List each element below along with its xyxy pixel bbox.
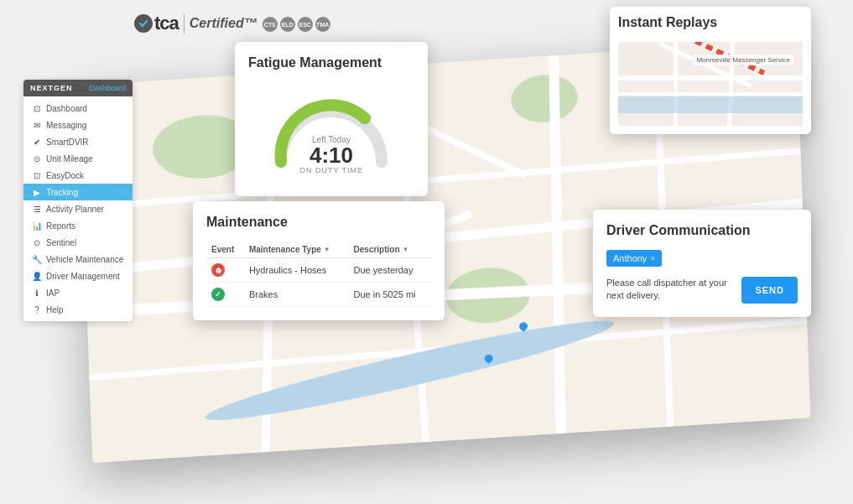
sidebar-item-smartdvir[interactable]: ✔ SmartDVIR: [23, 133, 133, 150]
sidebar-item-activity-planner[interactable]: ☰ Activity Planner: [23, 200, 133, 217]
logo-certified: Certified™: [190, 16, 257, 31]
message-row: Please call dispatcher at your next deli…: [606, 277, 798, 304]
reports-icon: 📊: [32, 221, 42, 231]
sidebar-item-help[interactable]: ? Help: [23, 301, 133, 318]
maint-desc-2: Due in 5025 mi: [349, 283, 431, 307]
replay-panel: Instant Replays Monroeville Messenger Se…: [610, 7, 811, 134]
tracking-icon: ▶: [32, 187, 42, 197]
logo-tca: tca Certified™: [134, 13, 257, 34]
map-green-area-3: [510, 73, 579, 124]
sentinel-icon: ⊙: [32, 237, 42, 247]
vehicle-maint-icon: 🔧: [32, 254, 42, 264]
sidebar-label-vehicle-maint: Vehicle Maintenance: [46, 255, 123, 264]
sidebar-label-tracking: Tracking: [46, 188, 78, 197]
driver-panel-title: Driver Communication: [606, 223, 798, 238]
unit-mileage-icon: ⊙: [32, 153, 42, 164]
gauge-container: Left Today 4:10 ON DUTY TIME: [248, 82, 414, 183]
activity-planner-icon: ☰: [32, 204, 42, 214]
sidebar-label-dashboard: Dashboard: [46, 104, 87, 113]
sidebar-label-reports: Reports: [46, 221, 75, 231]
status-cell-1: ⏰: [206, 258, 244, 283]
replay-map-inner: Monroeville Messenger Service: [618, 42, 803, 126]
maintenance-table: Event Maintenance Type ▼ Description ▼: [206, 242, 431, 307]
sidebar-label-driver-mgmt: Driver Management: [46, 272, 120, 281]
maintenance-panel-title: Maintenance: [206, 215, 431, 230]
status-dot-green: ✓: [211, 288, 225, 301]
sidebar-item-unit-mileage[interactable]: ⊙ Unit Mileage: [23, 150, 133, 167]
sidebar-header: NEXTGEN Dashboard: [23, 80, 133, 96]
logo-divider: [184, 13, 185, 34]
sidebar-item-tracking[interactable]: ▶ Tracking: [23, 184, 133, 200]
badge-esc: ESC: [298, 17, 313, 32]
sidebar-nav: ⊡ Dashboard ✉ Messaging ✔ SmartDVIR ⊙ Un…: [23, 96, 133, 321]
driver-communication-panel: Driver Communication Anthony × Please ca…: [593, 210, 811, 317]
maintenance-panel: Maintenance Event Maintenance Type ▼ Des…: [193, 201, 445, 320]
table-row: ✓ Brakes Due in 5025 mi: [206, 283, 431, 307]
logo-area: tca Certified™ CTS ELD ESC TMA: [134, 13, 330, 34]
message-text: Please call dispatcher at your next deli…: [606, 277, 733, 303]
sidebar-label-unit-mileage: Unit Mileage: [46, 154, 93, 164]
driver-name: Anthony: [613, 253, 647, 263]
driver-mgmt-icon: 👤: [32, 271, 42, 281]
sidebar-item-dashboard[interactable]: ⊡ Dashboard: [23, 100, 133, 117]
send-button[interactable]: SEND: [741, 277, 798, 304]
status-cell-2: ✓: [206, 283, 244, 307]
sidebar-brand: NEXTGEN: [30, 84, 89, 92]
sidebar-item-easydock[interactable]: ⊡ EasyDock: [23, 167, 133, 184]
sidebar: NEXTGEN Dashboard ⊡ Dashboard ✉ Messagin…: [23, 80, 133, 321]
logo-text: tca: [154, 13, 179, 34]
sidebar-dashboard-link[interactable]: Dashboard: [89, 84, 126, 92]
col-type[interactable]: Maintenance Type ▼: [244, 242, 349, 258]
sidebar-item-vehicle-maint[interactable]: 🔧 Vehicle Maintenance: [23, 251, 133, 268]
mini-road-h1: [618, 75, 803, 81]
badge-cts: CTS: [263, 17, 278, 32]
gauge-label: ON DUTY TIME: [299, 166, 363, 174]
sidebar-label-help: Help: [46, 305, 64, 314]
maint-desc-1: Due yesterday: [349, 258, 431, 283]
col-desc[interactable]: Description ▼: [349, 242, 431, 258]
table-row: ⏰ Hydraulics - Hoses Due yesterday: [206, 258, 431, 283]
replay-panel-title: Instant Replays: [618, 15, 803, 30]
maint-type-1: Hydraulics - Hoses: [244, 258, 349, 283]
replay-map: Monroeville Messenger Service: [618, 42, 803, 126]
logo-badges: CTS ELD ESC TMA: [263, 17, 330, 32]
fatigue-panel: Fatigue Management Left Today 4:10 ON DU…: [235, 42, 428, 196]
sidebar-label-activity: Activity Planner: [46, 205, 104, 214]
fatigue-panel-title: Fatigue Management: [248, 55, 414, 70]
badge-eld: ELD: [280, 17, 295, 32]
gauge-time: 4:10: [299, 144, 363, 166]
iap-icon: ℹ: [32, 288, 42, 298]
sidebar-item-driver-mgmt[interactable]: 👤 Driver Management: [23, 268, 133, 284]
dashboard-icon: ⊡: [32, 103, 42, 113]
sidebar-label-messaging: Messaging: [46, 121, 86, 130]
sidebar-item-sentinel[interactable]: ⊙ Sentinel: [23, 234, 133, 251]
tag-close-button[interactable]: ×: [650, 254, 655, 263]
messaging-icon: ✉: [32, 120, 42, 130]
smartdvir-icon: ✔: [32, 137, 42, 147]
sort-arrow-type: ▼: [324, 246, 330, 253]
help-icon: ?: [32, 304, 42, 314]
sidebar-label-easydock: EasyDock: [46, 171, 84, 180]
sidebar-item-messaging[interactable]: ✉ Messaging: [23, 117, 133, 133]
gauge-text: Left Today 4:10 ON DUTY TIME: [299, 135, 363, 174]
clock-icon: ⏰: [214, 266, 223, 274]
status-dot-red: ⏰: [211, 263, 225, 277]
logo-check-icon: [134, 14, 153, 33]
driver-tag-row: Anthony ×: [606, 250, 798, 267]
maint-type-2: Brakes: [244, 283, 349, 307]
sidebar-item-iap[interactable]: ℹ IAP: [23, 284, 133, 301]
badge-tma: TMA: [315, 17, 330, 32]
easydock-icon: ⊡: [32, 170, 42, 180]
sort-arrow-desc: ▼: [403, 246, 409, 253]
sidebar-label-smartdvir: SmartDVIR: [46, 138, 89, 147]
sidebar-label-iap: IAP: [46, 288, 60, 298]
mini-road-h2: [618, 92, 803, 96]
col-event: Event: [206, 242, 244, 258]
check-icon: ✓: [215, 290, 221, 299]
replay-location-label: Monroeville Messenger Service: [693, 55, 793, 65]
sidebar-item-reports[interactable]: 📊 Reports: [23, 217, 133, 234]
sidebar-label-sentinel: Sentinel: [46, 238, 76, 247]
driver-tag: Anthony ×: [606, 250, 662, 267]
mini-road-v1: [674, 42, 678, 126]
mini-river: [618, 96, 803, 113]
